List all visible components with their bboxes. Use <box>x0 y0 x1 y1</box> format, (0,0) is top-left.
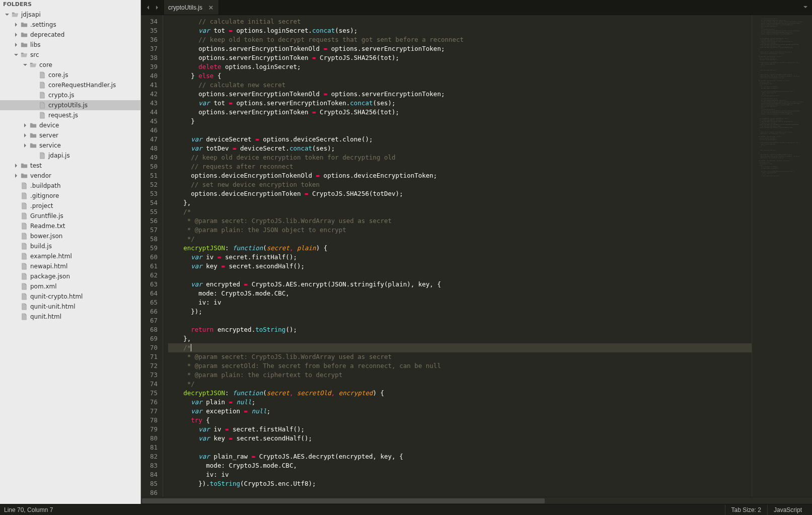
line-number[interactable]: 45 <box>150 117 158 126</box>
tree-file[interactable]: .buildpath <box>0 181 140 191</box>
tree-disclosure-arrow[interactable] <box>22 62 28 68</box>
line-number[interactable]: 36 <box>150 35 158 44</box>
line-number[interactable]: 37 <box>150 44 158 53</box>
line-number[interactable]: 74 <box>150 380 158 389</box>
tree-folder[interactable]: core <box>0 60 140 70</box>
line-number[interactable]: 35 <box>150 26 158 35</box>
code-line[interactable] <box>168 126 752 135</box>
tree-file[interactable]: .gitignore <box>0 191 140 201</box>
code-line[interactable]: */ <box>168 235 752 244</box>
code-line[interactable]: options.serverEncryptionToken = CryptoJS… <box>168 108 752 117</box>
line-number[interactable]: 72 <box>150 361 158 371</box>
status-language[interactable]: JavaScript <box>767 504 808 515</box>
code-line[interactable]: } <box>168 117 752 126</box>
line-number[interactable]: 73 <box>150 371 158 380</box>
tree-disclosure-arrow[interactable] <box>13 52 19 58</box>
code-line[interactable]: var totDev = deviceSecret.concat(ses); <box>168 144 752 153</box>
line-number[interactable]: 77 <box>150 407 158 416</box>
line-number[interactable]: 57 <box>150 226 158 235</box>
code-line[interactable]: * @param secret: CryptoJS.lib.WordArray … <box>168 216 752 226</box>
tree-disclosure-arrow[interactable] <box>22 122 28 128</box>
tree-file[interactable]: crypto.js <box>0 90 140 100</box>
code-line[interactable]: // keep old token to decrypt requests th… <box>168 35 752 44</box>
tree-disclosure-arrow[interactable] <box>22 132 28 138</box>
line-number[interactable]: 81 <box>150 443 158 452</box>
tree-disclosure-arrow[interactable] <box>13 32 19 38</box>
tree-disclosure-arrow[interactable] <box>13 22 19 28</box>
line-number[interactable]: 62 <box>150 271 158 280</box>
code-line[interactable]: var exception = null; <box>168 407 752 416</box>
file-tree[interactable]: jdjsapi.settingsdeprecatedlibssrccorecor… <box>0 10 140 322</box>
line-number[interactable]: 55 <box>150 207 158 216</box>
line-number[interactable]: 44 <box>150 108 158 117</box>
tab-close-button[interactable] <box>207 4 214 11</box>
tree-file[interactable]: request.js <box>0 110 140 120</box>
line-number[interactable]: 51 <box>150 171 158 180</box>
line-number[interactable]: 63 <box>150 280 158 289</box>
code-line[interactable]: // requests after reconnect <box>168 162 752 171</box>
line-number[interactable]: 48 <box>150 144 158 153</box>
code-line[interactable]: // calculate initial secret <box>168 17 752 26</box>
tree-file[interactable]: pom.xml <box>0 281 140 291</box>
code-line[interactable]: var plain = null; <box>168 398 752 407</box>
status-cursor-position[interactable]: Line 70, Column 7 <box>4 506 53 513</box>
code-line[interactable]: */ <box>168 380 752 389</box>
minimap[interactable]: // calculate initial secret var tot = op… <box>752 15 812 497</box>
tree-file[interactable]: qunit.html <box>0 312 140 322</box>
tree-folder[interactable]: deprecated <box>0 30 140 40</box>
line-number[interactable]: 56 <box>150 216 158 226</box>
code-line[interactable]: try { <box>168 416 752 425</box>
tree-folder[interactable]: .settings <box>0 20 140 30</box>
tree-folder[interactable]: jdjsapi <box>0 10 140 20</box>
line-number[interactable]: 71 <box>150 352 158 361</box>
code-line[interactable]: var tot = options.serverEncryptionToken.… <box>168 99 752 108</box>
line-number[interactable]: 82 <box>150 452 158 461</box>
code-line[interactable]: var encrypted = CryptoJS.AES.encrypt(JSO… <box>168 280 752 289</box>
tree-file[interactable]: example.html <box>0 251 140 261</box>
tree-disclosure-arrow[interactable] <box>13 163 19 169</box>
line-number[interactable]: 46 <box>150 126 158 135</box>
code-line[interactable]: delete options.loginSecret; <box>168 62 752 71</box>
tree-file[interactable]: package.json <box>0 271 140 281</box>
tree-folder[interactable]: server <box>0 130 140 140</box>
line-number[interactable]: 78 <box>150 416 158 425</box>
code-line[interactable]: var iv = secret.firstHalf(); <box>168 425 752 434</box>
code-line[interactable]: options.serverEncryptionTokenOld = optio… <box>168 44 752 53</box>
code-line[interactable]: /* <box>168 343 752 352</box>
line-number[interactable]: 53 <box>150 189 158 198</box>
tree-folder[interactable]: vendor <box>0 171 140 181</box>
code-line[interactable]: iv: iv <box>168 298 752 307</box>
code-line[interactable]: var key = secret.secondHalf(); <box>168 434 752 443</box>
line-number[interactable]: 41 <box>150 81 158 90</box>
line-number[interactable]: 65 <box>150 298 158 307</box>
line-number[interactable]: 47 <box>150 135 158 144</box>
line-number[interactable]: 66 <box>150 307 158 316</box>
line-number[interactable]: 59 <box>150 244 158 253</box>
code-line[interactable]: decryptJSON: function(secret, secretOld,… <box>168 389 752 398</box>
code-line[interactable]: options.deviceEncryptionToken = CryptoJS… <box>168 189 752 198</box>
line-number[interactable]: 50 <box>150 162 158 171</box>
tree-file[interactable]: qunit-crypto.html <box>0 291 140 302</box>
line-number[interactable]: 84 <box>150 470 158 479</box>
line-number[interactable]: 58 <box>150 235 158 244</box>
code-line[interactable]: /* <box>168 207 752 216</box>
line-number[interactable]: 42 <box>150 90 158 99</box>
tree-file[interactable]: cryptoUtils.js <box>0 100 140 110</box>
code-line[interactable]: options.deviceEncryptionTokenOld = optio… <box>168 171 752 180</box>
code-line[interactable]: var tot = options.loginSecret.concat(ses… <box>168 26 752 35</box>
code-line[interactable]: // set new device encryption token <box>168 180 752 189</box>
line-number[interactable]: 43 <box>150 99 158 108</box>
tree-file[interactable]: build.js <box>0 241 140 251</box>
code-line[interactable]: * @param secret: CryptoJS.lib.WordArray … <box>168 352 752 361</box>
folders-sidebar[interactable]: FOLDERS jdjsapi.settingsdeprecatedlibssr… <box>0 0 141 504</box>
code-line[interactable] <box>168 443 752 452</box>
code-line[interactable]: var key = secret.secondHalf(); <box>168 262 752 271</box>
code-line[interactable]: * @param plain: the ciphertext to decryp… <box>168 371 752 380</box>
code-line[interactable]: var plain_raw = CryptoJS.AES.decrypt(enc… <box>168 452 752 461</box>
tree-file[interactable]: bower.json <box>0 231 140 241</box>
tree-folder[interactable]: libs <box>0 40 140 50</box>
line-number[interactable]: 68 <box>150 325 158 334</box>
tree-disclosure-arrow[interactable] <box>13 173 19 179</box>
tree-folder[interactable]: src <box>0 50 140 60</box>
line-number[interactable]: 76 <box>150 398 158 407</box>
